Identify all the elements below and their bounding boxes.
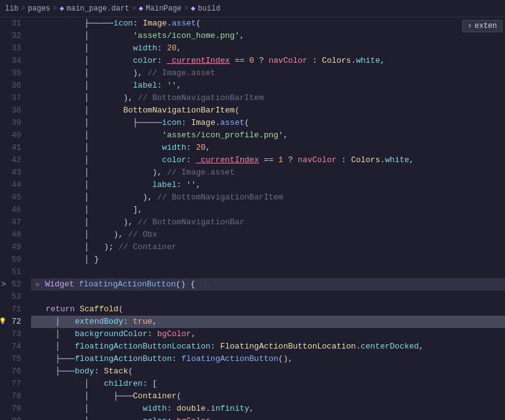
code-line-33[interactable]: │ width: 20, [31,42,505,55]
ln-37: 37 [0,92,26,104]
code-line-73[interactable]: │ backgroundColor: bgColor, [31,328,505,340]
code-line-45[interactable]: │ ), // BottomNavigationBarItem [31,191,505,204]
code-line-51[interactable] [31,266,505,278]
code-line-71[interactable]: return Scaffold( [31,303,505,316]
breadcrumb-method-icon: ◆ [191,4,195,13]
code-line-48[interactable]: │ ), // Obx [31,229,505,241]
ln-72: 72 [0,316,26,328]
code-line-39[interactable]: │ ├─────icon: Image.asset( [31,117,505,129]
sep3: > [132,4,136,13]
ln-33: 33 [0,42,26,55]
code-line-76[interactable]: ├───body: Stack( [31,365,505,378]
ln-42: 42 [0,154,26,167]
code-line-52[interactable]: ▶ Widget floatingActionButton() { ··· [31,278,505,291]
code-line-75[interactable]: ├───floatingActionButton: floatingAction… [31,353,505,365]
ln-80: 80 [0,415,26,420]
breadcrumb-lib[interactable]: lib [5,4,19,13]
code-line-47[interactable]: │ ), // BottomNavigationBar [31,216,505,229]
extend-button[interactable]: › exten [462,20,503,32]
chevron-right-icon: › [468,22,472,30]
code-line-80[interactable]: │ color: bgColor, [31,415,505,420]
ln-79: 79 [0,403,26,415]
ln-45: 45 [0,191,26,204]
ln-52: 52 [0,278,26,291]
code-line-35[interactable]: │ ), // Image.asset [31,67,505,80]
code-line-34[interactable]: │ color: _currentIndex == 0 ? navColor :… [31,55,505,67]
ln-77: 77 [0,378,26,390]
ln-76: 76 [0,365,26,378]
code-line-72[interactable]: │ extendBody: true, [31,316,505,328]
breadcrumb-file[interactable]: main_page.dart [66,4,129,13]
ln-36: 36 [0,80,26,92]
breadcrumb-pages[interactable]: pages [28,4,50,13]
ln-32: 32 [0,30,26,42]
ln-43: 43 [0,167,26,179]
code-line-79[interactable]: │ width: double.infinity, [31,403,505,415]
ln-73: 73 [0,328,26,340]
breadcrumb-file-icon: ◆ [60,4,64,13]
ln-75: 75 [0,353,26,365]
ln-38: 38 [0,104,26,117]
code-editor[interactable]: › exten ├─────icon: Image.asset( │ 'asse… [31,17,505,420]
ln-49: 49 [0,241,26,253]
code-line-40[interactable]: │ 'assets/icon_profile.png', [31,129,505,142]
breadcrumb-bar: lib > pages > ◆ main_page.dart > ◆ MainP… [0,0,505,17]
code-line-43[interactable]: │ ), // Image.asset [31,167,505,179]
ln-74: 74 [0,340,26,353]
ln-50: 50 [0,253,26,266]
sep2: > [53,4,57,13]
code-line-31[interactable]: ├─────icon: Image.asset( [31,17,505,30]
ln-40: 40 [0,129,26,142]
ln-31: 31 [0,17,26,30]
ln-78: 78 [0,390,26,403]
breadcrumb-class-icon: ◆ [139,4,143,13]
sep1: > [21,4,25,13]
ln-41: 41 [0,142,26,154]
code-line-38[interactable]: │ BottomNavigationBarItem( [31,104,505,117]
ln-51: 51 [0,266,26,278]
code-line-36[interactable]: │ label: '', [31,80,505,92]
code-line-32[interactable]: │ 'assets/icon_home.png', [31,30,505,42]
code-line-42[interactable]: │ color: _currentIndex == 1 ? navColor :… [31,154,505,167]
code-line-74[interactable]: │ floatingActionButtonLocation: Floating… [31,340,505,353]
breadcrumb-method[interactable]: build [198,4,221,13]
code-line-77[interactable]: │ children: [ [31,378,505,390]
extend-label: exten [475,22,497,30]
ln-48: 48 [0,229,26,241]
ln-44: 44 [0,179,26,191]
ln-71: 71 [0,303,26,316]
ln-34: 34 [0,55,26,67]
sep4: > [184,4,188,13]
ln-46: 46 [0,204,26,216]
breadcrumb-class[interactable]: MainPage [146,4,182,13]
code-line-53[interactable] [31,291,505,303]
ln-39: 39 [0,117,26,129]
ln-47: 47 [0,216,26,229]
code-content: ├─────icon: Image.asset( │ 'assets/icon_… [31,17,505,420]
code-line-50[interactable]: │ } [31,253,505,266]
code-line-78[interactable]: │ ├───Container( [31,390,505,403]
code-line-49[interactable]: │ ); // Container [31,241,505,253]
ln-35: 35 [0,67,26,80]
line-numbers-gutter: 31 32 33 34 35 36 37 38 39 40 41 42 43 4… [0,17,31,420]
code-line-44[interactable]: │ label: '', [31,179,505,191]
ln-53: 53 [0,291,26,303]
code-line-37[interactable]: │ ), // BottomNavigationBarItem [31,92,505,104]
code-line-41[interactable]: │ width: 20, [31,142,505,154]
code-line-46[interactable]: │ ], [31,204,505,216]
